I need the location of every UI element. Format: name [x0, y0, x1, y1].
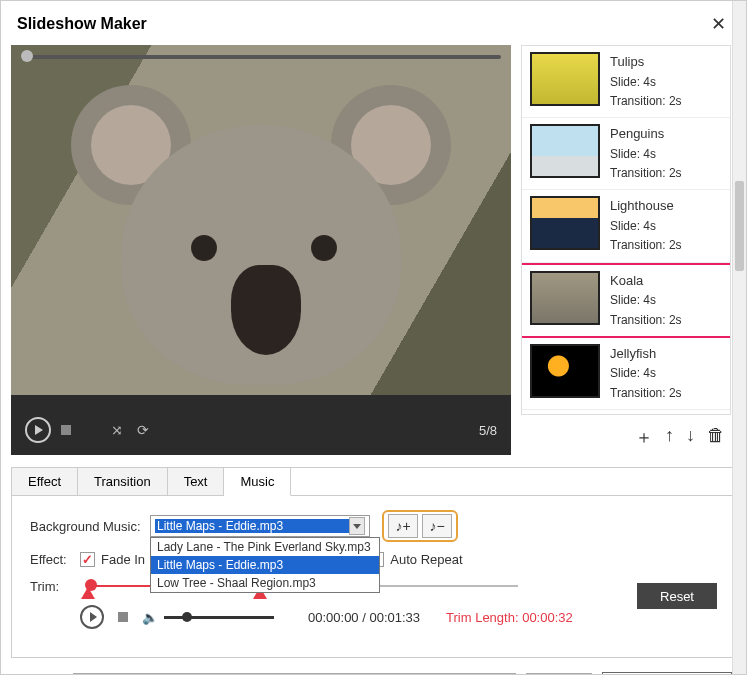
- add-slide-icon[interactable]: ＋: [635, 425, 653, 449]
- slide-name: Jellyfish: [610, 344, 682, 365]
- slide-counter: 5/8: [479, 423, 497, 438]
- slide-list[interactable]: TulipsSlide: 4sTransition: 2sPenguinsSli…: [521, 45, 731, 415]
- tab-text[interactable]: Text: [168, 468, 225, 495]
- slide-transition: Transition: 2s: [610, 311, 682, 330]
- shuffle-icon[interactable]: ⤨: [111, 422, 123, 438]
- slide-duration: Slide: 4s: [610, 364, 682, 383]
- bg-music-selected: Little Maps - Eddie.mp3: [155, 519, 349, 533]
- slide-thumbnail: [530, 271, 600, 325]
- slide-transition: Transition: 2s: [610, 164, 682, 183]
- dropdown-option[interactable]: Little Maps - Eddie.mp3: [151, 556, 379, 574]
- bg-music-dropdown[interactable]: Lady Lane - The Pink Everland Sky.mp3Lit…: [150, 537, 380, 593]
- slide-thumbnail: [530, 52, 600, 106]
- slide-meta: KoalaSlide: 4sTransition: 2s: [610, 271, 682, 330]
- slide-duration: Slide: 4s: [610, 217, 682, 236]
- slide-name: Penguins: [610, 124, 682, 145]
- slide-meta: TulipsSlide: 4sTransition: 2s: [610, 52, 682, 111]
- trim-label: Trim:: [30, 579, 80, 594]
- tab-music[interactable]: Music: [224, 468, 291, 496]
- slide-transition: Transition: 2s: [610, 384, 682, 403]
- slide-duration: Slide: 4s: [610, 73, 682, 92]
- stop-button[interactable]: [61, 425, 71, 435]
- audio-play-button[interactable]: [80, 605, 104, 629]
- tab-transition[interactable]: Transition: [78, 468, 168, 495]
- slide-thumbnail: [530, 196, 600, 250]
- bg-music-label: Background Music:: [30, 519, 150, 534]
- dropdown-option[interactable]: Lady Lane - The Pink Everland Sky.mp3: [151, 538, 379, 556]
- close-icon[interactable]: ✕: [707, 13, 730, 35]
- fade-in-label: Fade In: [101, 552, 145, 567]
- volume-icon[interactable]: 🔈: [142, 610, 158, 625]
- slide-meta: PenguinsSlide: 4sTransition: 2s: [610, 124, 682, 183]
- reset-button[interactable]: Reset: [637, 583, 717, 609]
- bg-music-select[interactable]: Little Maps - Eddie.mp3 Lady Lane - The …: [150, 515, 370, 537]
- slide-transition: Transition: 2s: [610, 92, 682, 111]
- audio-time: 00:00:00 / 00:01:33: [308, 610, 420, 625]
- slide-item[interactable]: LighthouseSlide: 4sTransition: 2s: [522, 190, 730, 262]
- loop-icon[interactable]: ⟳: [137, 422, 149, 438]
- slide-name: Koala: [610, 271, 682, 292]
- slide-name: Lighthouse: [610, 196, 682, 217]
- trim-length: Trim Length: 00:00:32: [446, 610, 573, 625]
- progress-track[interactable]: [21, 55, 501, 59]
- slide-item[interactable]: KoalaSlide: 4sTransition: 2s: [522, 263, 730, 338]
- slide-thumbnail: [530, 344, 600, 398]
- preview-image: [11, 45, 511, 395]
- move-up-icon[interactable]: ↑: [665, 425, 674, 449]
- play-button[interactable]: [25, 417, 51, 443]
- slide-duration: Slide: 4s: [610, 145, 682, 164]
- volume-slider[interactable]: [164, 616, 274, 619]
- slide-meta: JellyfishSlide: 4sTransition: 2s: [610, 344, 682, 403]
- move-down-icon[interactable]: ↓: [686, 425, 695, 449]
- slide-item[interactable]: JellyfishSlide: 4sTransition: 2s: [522, 338, 730, 410]
- slide-meta: LighthouseSlide: 4sTransition: 2s: [610, 196, 682, 255]
- window-title: Slideshow Maker: [17, 15, 147, 33]
- fade-in-checkbox[interactable]: [80, 552, 95, 567]
- chevron-down-icon[interactable]: [349, 517, 365, 535]
- progress-knob[interactable]: [21, 50, 33, 62]
- slide-thumbnail: [530, 124, 600, 178]
- trim-start-handle[interactable]: [81, 587, 95, 599]
- add-music-button[interactable]: ♪+: [388, 514, 418, 538]
- remove-music-button[interactable]: ♪−: [422, 514, 452, 538]
- dropdown-option[interactable]: Low Tree - Shaal Region.mp3: [151, 574, 379, 592]
- slide-item[interactable]: TulipsSlide: 4sTransition: 2s: [522, 46, 730, 118]
- delete-slide-icon[interactable]: 🗑: [707, 425, 725, 449]
- slide-name: Tulips: [610, 52, 682, 73]
- slide-transition: Transition: 2s: [610, 236, 682, 255]
- slide-duration: Slide: 4s: [610, 291, 682, 310]
- audio-stop-button[interactable]: [118, 612, 128, 622]
- auto-repeat-label: Auto Repeat: [390, 552, 462, 567]
- effect-label: Effect:: [30, 552, 80, 567]
- slide-item[interactable]: PenguinsSlide: 4sTransition: 2s: [522, 118, 730, 190]
- tab-effect[interactable]: Effect: [12, 468, 78, 495]
- preview-player: ⤨ ⟳ 5/8: [11, 45, 511, 455]
